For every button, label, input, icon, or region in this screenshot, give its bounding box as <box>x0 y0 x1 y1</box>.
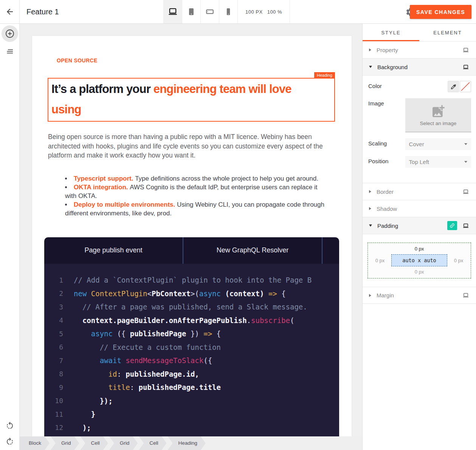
code-text: // Execute a custom function <box>74 343 221 351</box>
breadcrumb-item-cell-2[interactable]: Cell <box>81 436 108 450</box>
section-border-label: Border <box>377 189 394 195</box>
line-number: 12 <box>44 424 63 431</box>
section-border[interactable]: Border <box>363 183 476 200</box>
code-tab-stub <box>323 237 339 264</box>
page-heading: It’s a platform your engineering team wi… <box>48 79 334 121</box>
undo-button[interactable] <box>5 421 14 430</box>
code-line: 11 } <box>44 408 339 421</box>
chevron-right-icon <box>369 48 371 51</box>
scaling-select[interactable]: Cover <box>405 138 471 150</box>
no-color-swatch[interactable] <box>460 81 471 92</box>
select-image-dropzone[interactable]: Select an image <box>405 98 471 132</box>
redo-button[interactable] <box>5 437 14 446</box>
code-text: id: publishedPage.id, <box>74 370 199 378</box>
code-text: } <box>74 410 95 418</box>
selected-heading-element[interactable]: Heading It’s a platform your engineering… <box>48 78 335 122</box>
padding-right-value[interactable]: 0 px <box>450 258 467 263</box>
code-line: 10 }); <box>44 394 339 408</box>
breadcrumb-item-grid-1[interactable]: Grid <box>51 436 79 450</box>
code-line: 6 // Execute a custom function <box>44 340 339 354</box>
breadcrumb-item-label: Grid <box>120 440 130 446</box>
page-document[interactable]: OPEN SOURCE Heading It’s a platform your… <box>32 36 352 450</box>
code-line: 12 ); <box>44 421 339 435</box>
section-margin[interactable]: Margin <box>363 287 476 304</box>
section-margin-label: Margin <box>377 292 394 298</box>
line-number: 11 <box>44 410 63 418</box>
padding-bottom-value[interactable]: 0 px <box>372 269 467 275</box>
kicker-label[interactable]: OPEN SOURCE <box>32 36 352 63</box>
zoom-indicator: 100 PX 100 % <box>238 0 290 23</box>
breadcrumb-item-heading-5[interactable]: Heading <box>168 436 206 450</box>
dropdown-caret-icon <box>464 161 467 163</box>
code-snippet-element[interactable]: Page publish eventNew GraphQL Resolver 1… <box>44 237 339 442</box>
feature-list-item: Deploy to multiple environments. Using W… <box>65 200 329 218</box>
breadcrumb-item-label: Cell <box>91 440 100 446</box>
left-toolbar <box>0 24 20 450</box>
section-background[interactable]: Background <box>363 59 476 76</box>
padding-center-size[interactable]: auto x auto <box>391 254 447 266</box>
code-text: title: publishedPage.title <box>74 383 221 391</box>
tablet-icon <box>187 7 196 16</box>
save-changes-button[interactable]: SAVE CHANGES <box>410 5 471 19</box>
tab-element[interactable]: ELEMENT <box>419 24 476 41</box>
element-tree-button[interactable] <box>5 47 14 56</box>
intro-paragraph[interactable]: Being open source is more than having a … <box>48 132 336 160</box>
code-lines: 1// Add a `ContextPlugin` plugin to hook… <box>44 264 339 442</box>
code-text: new ContextPlugin<PbContext>(async (cont… <box>74 289 286 298</box>
position-select[interactable]: Top Left <box>405 156 471 168</box>
back-button[interactable] <box>0 0 20 23</box>
bullet-text: Type definitions across the whole projec… <box>135 175 318 182</box>
background-settings: Color Image Select an image <box>363 76 476 183</box>
device-mobile-button[interactable] <box>219 0 238 23</box>
section-padding-label: Padding <box>377 223 398 229</box>
bullet-lead: OKTA integration. <box>74 184 130 191</box>
code-text: await sendMessageToSlack({ <box>74 356 212 365</box>
breadcrumb-item-label: Cell <box>149 440 158 446</box>
sidebar-tabs: STYLE ELEMENT <box>363 24 476 42</box>
line-number: 6 <box>44 343 63 351</box>
padding-top-value[interactable]: 0 px <box>372 246 467 252</box>
mobile-icon <box>224 7 233 16</box>
add-element-button[interactable] <box>2 25 18 42</box>
link-values-button[interactable] <box>447 221 457 230</box>
breadcrumb-item-grid-3[interactable]: Grid <box>109 436 138 450</box>
code-tab: Page publish event <box>44 237 183 264</box>
redo-icon <box>5 437 14 446</box>
heading-dark-text: It’s a platform your <box>51 82 153 96</box>
section-padding[interactable]: Padding <box>363 217 476 234</box>
feature-list[interactable]: Typescript support. Type definitions acr… <box>32 174 352 218</box>
code-text: context.pageBuilder.onAfterPagePublish.s… <box>74 316 294 325</box>
color-picker-button[interactable] <box>448 81 459 92</box>
code-text: // After a page was published, send a Sl… <box>74 303 307 311</box>
padding-settings: 0 px 0 px auto x auto 0 px 0 px <box>363 243 476 278</box>
link-icon <box>449 223 455 229</box>
code-tab-label: Page publish event <box>84 246 142 254</box>
breadcrumb: BlockGridCellGridCellHeading <box>20 436 362 450</box>
heading-accent-text-line2: using <box>51 103 81 116</box>
device-preview-group: 100 PX 100 % <box>163 0 290 23</box>
chevron-right-icon <box>369 190 371 193</box>
breadcrumb-item-block-0[interactable]: Block <box>20 436 50 450</box>
line-number: 3 <box>44 303 63 311</box>
section-shadow[interactable]: Shadow <box>363 200 476 217</box>
add-image-icon <box>431 104 446 119</box>
heading-accent-text-line1: engineering team will love <box>153 82 291 96</box>
feature-list-item: OKTA integration. AWS Cognito is the def… <box>65 183 329 200</box>
line-number: 4 <box>44 316 63 324</box>
tab-style[interactable]: STYLE <box>363 24 419 41</box>
breadcrumb-item-cell-4[interactable]: Cell <box>139 436 166 450</box>
code-line: 1// Add a `ContextPlugin` plugin to hook… <box>44 274 339 287</box>
color-label: Color <box>368 81 405 89</box>
feature-list-item: Typescript support. Type definitions acr… <box>65 174 329 183</box>
padding-left-value[interactable]: 0 px <box>372 258 388 263</box>
list-icon <box>5 47 14 56</box>
device-desktop-button[interactable] <box>164 0 182 23</box>
code-line: 9 title: publishedPage.title <box>44 381 339 394</box>
section-property[interactable]: Property <box>363 42 476 59</box>
arrow-back-icon <box>5 7 14 16</box>
select-image-hint: Select an image <box>420 121 456 126</box>
device-tablet-button[interactable] <box>182 0 201 23</box>
device-tablet-landscape-button[interactable] <box>201 0 219 23</box>
position-label: Position <box>368 156 405 164</box>
active-tab-underline <box>363 40 419 41</box>
